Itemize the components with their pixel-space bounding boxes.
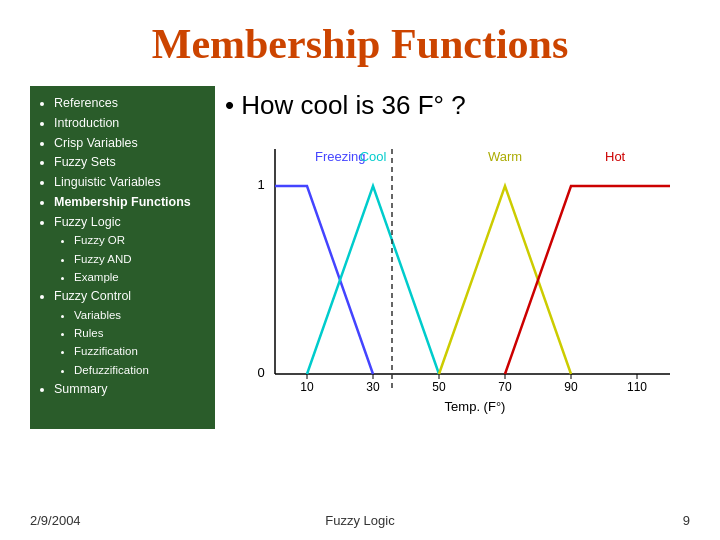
sidebar-item-fuzzy-and: Fuzzy AND: [74, 251, 205, 268]
question-text: • How cool is 36 F° ?: [225, 90, 690, 121]
sidebar-item-linguistic: Linguistic Variables: [54, 173, 205, 192]
svg-text:1: 1: [257, 177, 264, 192]
sidebar: References Introduction Crisp Variables …: [30, 86, 215, 429]
sidebar-item-membership: Membership Functions: [54, 193, 205, 212]
sidebar-item-fuzzy-control: Fuzzy Control: [54, 287, 205, 306]
footer: 2/9/2004 Fuzzy Logic 9: [0, 513, 720, 528]
chart-container: 1 0 10 30 50 70 90: [225, 139, 685, 429]
sidebar-item-summary: Summary: [54, 380, 205, 399]
slide: Membership Functions References Introduc…: [0, 0, 720, 540]
sidebar-item-rules: Rules: [74, 325, 205, 342]
sidebar-item-references: References: [54, 94, 205, 113]
footer-subject: Fuzzy Logic: [325, 513, 394, 528]
content-area: References Introduction Crisp Variables …: [30, 86, 690, 429]
sidebar-item-variables: Variables: [74, 307, 205, 324]
svg-text:0: 0: [257, 365, 264, 380]
sidebar-item-fuzzification: Fuzzification: [74, 343, 205, 360]
svg-text:Hot: Hot: [605, 149, 626, 164]
main-content: • How cool is 36 F° ? 1 0 10: [225, 86, 690, 429]
sidebar-item-example: Example: [74, 269, 205, 286]
sidebar-list: References Introduction Crisp Variables …: [40, 94, 205, 399]
svg-text:50: 50: [432, 380, 446, 394]
fuzzy-control-sublist: Variables Rules Fuzzification Defuzzific…: [54, 307, 205, 379]
svg-text:Warm: Warm: [488, 149, 522, 164]
sidebar-item-introduction: Introduction: [54, 114, 205, 133]
fuzzy-logic-sublist: Fuzzy OR Fuzzy AND Example: [54, 232, 205, 286]
svg-text:10: 10: [300, 380, 314, 394]
footer-page: 9: [683, 513, 690, 528]
footer-date: 2/9/2004: [30, 513, 81, 528]
sidebar-item-crisp-variables: Crisp Variables: [54, 134, 205, 153]
sidebar-item-fuzzy-logic: Fuzzy Logic: [54, 213, 205, 232]
svg-text:110: 110: [627, 380, 647, 394]
svg-text:90: 90: [564, 380, 578, 394]
svg-text:30: 30: [366, 380, 380, 394]
svg-text:Cool: Cool: [360, 149, 387, 164]
slide-title: Membership Functions: [30, 20, 690, 68]
sidebar-item-fuzzy-sets: Fuzzy Sets: [54, 153, 205, 172]
svg-text:Temp. (F°): Temp. (F°): [445, 399, 506, 414]
svg-text:Freezing: Freezing: [315, 149, 366, 164]
svg-text:70: 70: [498, 380, 512, 394]
sidebar-item-fuzzy-or: Fuzzy OR: [74, 232, 205, 249]
membership-chart: 1 0 10 30 50 70 90: [225, 139, 685, 429]
sidebar-item-defuzzification: Defuzzification: [74, 362, 205, 379]
